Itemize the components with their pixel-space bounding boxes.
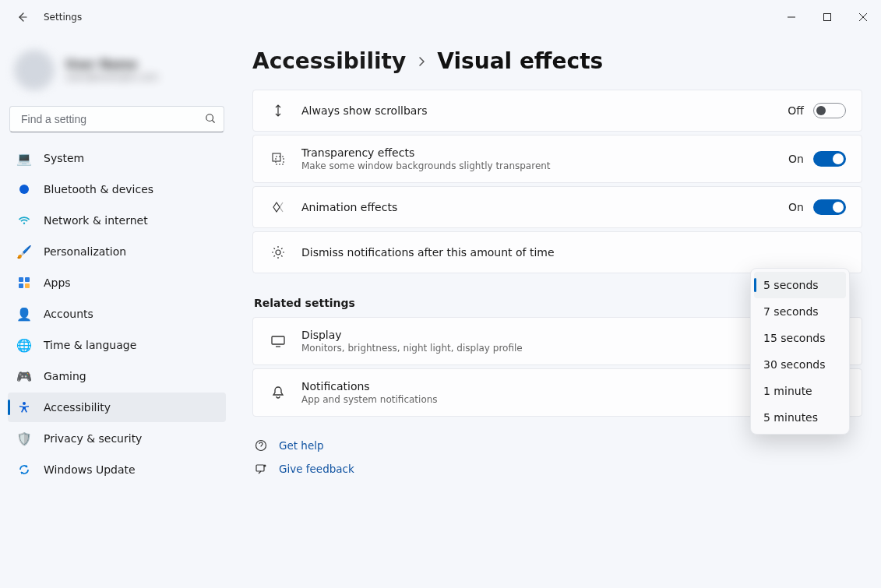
sidebar-item-windows-update[interactable]: Windows Update: [8, 455, 226, 484]
notify-option[interactable]: 1 minute: [754, 378, 846, 404]
titlebar: Settings: [0, 0, 881, 34]
scrollbars-toggle[interactable]: [813, 103, 846, 118]
setting-sub: Make some window backgrounds slightly tr…: [301, 160, 788, 171]
svg-rect-3: [25, 277, 30, 282]
animation-icon: [269, 198, 287, 217]
sidebar-item-label: Accounts: [44, 308, 93, 320]
get-help-link[interactable]: Get help: [279, 439, 324, 452]
window-controls: [774, 5, 881, 30]
svg-point-9: [276, 250, 280, 255]
setting-label: Dismiss notifications after this amount …: [301, 246, 791, 259]
setting-label: Transparency effects: [301, 146, 788, 159]
nav-icon: 💻: [17, 151, 31, 165]
feedback-icon: [254, 462, 268, 476]
svg-rect-12: [256, 465, 264, 471]
toggle-state-text: On: [788, 201, 804, 213]
content-area: Accessibility Visual effects Always show…: [234, 34, 881, 588]
svg-point-6: [23, 402, 26, 405]
bell-icon: [269, 383, 287, 402]
blue-dot-icon: [17, 182, 31, 196]
transparency-icon: [269, 150, 287, 168]
nav-icon: 🌐: [17, 338, 31, 352]
nav-icon: 👤: [17, 307, 31, 321]
feedback-row: Give feedback: [252, 457, 862, 481]
sidebar-item-label: System: [44, 152, 84, 164]
transparency-toggle[interactable]: [813, 151, 846, 167]
svg-point-13: [264, 465, 266, 467]
sidebar: User Name user@example.com 💻SystemBlueto…: [0, 34, 234, 588]
apps-icon: [17, 276, 31, 290]
sidebar-item-system[interactable]: 💻System: [8, 143, 226, 173]
svg-point-1: [206, 114, 213, 121]
brightness-icon: [269, 243, 287, 262]
setting-label: Animation effects: [301, 201, 788, 213]
svg-rect-8: [273, 153, 280, 161]
sidebar-item-accounts[interactable]: 👤Accounts: [8, 299, 226, 329]
notify-option[interactable]: 5 seconds: [754, 272, 846, 298]
svg-rect-4: [19, 283, 23, 288]
svg-rect-7: [276, 157, 284, 164]
svg-rect-5: [25, 283, 30, 288]
notify-time-dropdown[interactable]: 5 seconds7 seconds15 seconds30 seconds1 …: [750, 268, 850, 435]
nav-icon: 🛡️: [17, 431, 31, 445]
avatar: [14, 50, 55, 90]
nav-icon: 🎮: [17, 369, 31, 383]
display-icon: [269, 332, 287, 350]
close-button[interactable]: [845, 5, 881, 30]
sidebar-item-label: Bluetooth & devices: [44, 183, 153, 195]
back-button[interactable]: [14, 9, 30, 25]
sidebar-item-apps[interactable]: Apps: [8, 268, 226, 298]
chevron-right-icon: [415, 55, 428, 68]
search-input[interactable]: [19, 112, 205, 126]
breadcrumb-parent[interactable]: Accessibility: [252, 48, 406, 74]
sidebar-item-accessibility[interactable]: Accessibility: [8, 393, 226, 422]
animation-toggle[interactable]: [813, 199, 846, 215]
setting-transparency: Transparency effects Make some window ba…: [252, 135, 862, 183]
search-box[interactable]: [9, 106, 224, 132]
profile-email: user@example.com: [65, 72, 158, 83]
sidebar-item-label: Apps: [44, 276, 71, 289]
sidebar-item-label: Gaming: [44, 370, 86, 382]
sidebar-item-label: Personalization: [44, 245, 126, 258]
breadcrumb: Accessibility Visual effects: [252, 48, 862, 74]
svg-rect-0: [824, 14, 831, 21]
get-help-row: Get help: [252, 434, 862, 457]
setting-notify-time: Dismiss notifications after this amount …: [252, 231, 862, 273]
svg-rect-2: [19, 277, 23, 282]
help-icon: [254, 438, 268, 452]
nav-icon: 🖌️: [17, 245, 31, 259]
toggle-state-text: On: [788, 153, 804, 165]
notify-option[interactable]: 15 seconds: [754, 325, 846, 351]
sidebar-item-label: Accessibility: [44, 401, 111, 414]
feedback-link[interactable]: Give feedback: [279, 463, 354, 475]
wifi-icon: [17, 213, 31, 227]
toggle-state-text: Off: [788, 104, 804, 117]
notify-option[interactable]: 7 seconds: [754, 298, 846, 325]
nav-icon: [17, 463, 31, 477]
sidebar-item-privacy-security[interactable]: 🛡️Privacy & security: [8, 424, 226, 453]
sidebar-item-label: Time & language: [44, 339, 136, 351]
sidebar-item-time-language[interactable]: 🌐Time & language: [8, 330, 226, 360]
profile-block: User Name user@example.com: [8, 42, 226, 106]
setting-animation: Animation effects On: [252, 186, 862, 228]
sidebar-item-label: Network & internet: [44, 214, 148, 227]
notify-option[interactable]: 5 minutes: [754, 404, 846, 431]
sidebar-item-bluetooth-devices[interactable]: Bluetooth & devices: [8, 174, 226, 204]
sidebar-item-label: Windows Update: [44, 463, 136, 476]
sidebar-item-personalization[interactable]: 🖌️Personalization: [8, 237, 226, 266]
sidebar-item-gaming[interactable]: 🎮Gaming: [8, 361, 226, 391]
scrollbars-icon: [269, 101, 287, 120]
search-icon: [205, 113, 216, 126]
svg-rect-10: [272, 336, 284, 344]
profile-name: User Name: [65, 58, 158, 72]
setting-label: Always show scrollbars: [301, 104, 788, 117]
sidebar-item-network-internet[interactable]: Network & internet: [8, 206, 226, 235]
app-title: Settings: [44, 12, 82, 23]
maximize-button[interactable]: [809, 5, 845, 30]
page-title: Visual effects: [437, 48, 603, 74]
minimize-button[interactable]: [774, 5, 809, 30]
accessibility-icon: [17, 400, 31, 414]
notify-option[interactable]: 30 seconds: [754, 351, 846, 378]
sidebar-item-label: Privacy & security: [44, 432, 142, 445]
setting-scrollbars: Always show scrollbars Off: [252, 90, 862, 132]
